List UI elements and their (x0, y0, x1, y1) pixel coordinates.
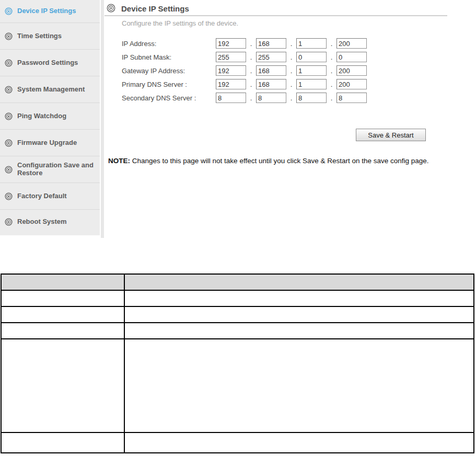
target-circle-icon (5, 86, 13, 94)
gateway-octet-1-input[interactable] (216, 65, 246, 76)
table-cell (1, 306, 124, 323)
page: Device IP Settings Time Settings Passwor… (0, 0, 476, 467)
sidebar-item-label: Factory Default (17, 192, 96, 200)
target-circle-icon (107, 4, 115, 13)
table-cell (124, 290, 474, 306)
gateway-octet-3-input[interactable] (296, 65, 327, 76)
note-text: NOTE: Changes to this page will not take… (108, 157, 474, 165)
target-circle-icon (5, 32, 13, 40)
octet-separator: . (246, 67, 256, 75)
sidebar-item-label: Time Settings (17, 32, 96, 40)
sidebar-item-label: Password Settings (17, 59, 96, 67)
primary-dns-octet-1-input[interactable] (216, 79, 246, 89)
page-title: Device IP Settings (121, 4, 189, 13)
primary-dns-octet-3-input[interactable] (296, 79, 327, 89)
octet-separator: . (286, 67, 296, 75)
octet-separator: . (246, 53, 256, 61)
field-label: Gateway IP Address: (122, 67, 216, 75)
sidebar-item-label: Firmware Upgrade (17, 139, 96, 147)
octet-separator: . (327, 40, 336, 48)
table-cell (1, 290, 124, 306)
octet-separator: . (327, 81, 336, 88)
table-cell (124, 432, 474, 453)
table-row (1, 290, 474, 306)
form-row-subnet-mask: IP Subnet Mask: . . . (122, 50, 367, 64)
table-cell (124, 306, 474, 323)
sidebar: Device IP Settings Time Settings Passwor… (0, 0, 100, 235)
table-header-cell (1, 274, 124, 290)
octet-separator: . (327, 53, 336, 61)
octet-separator: . (286, 94, 296, 102)
ip-settings-form: IP Address: . . . IP Subnet Mask: . . . … (122, 37, 367, 105)
title-divider (105, 15, 447, 16)
octet-separator: . (286, 40, 296, 48)
gateway-octet-4-input[interactable] (336, 65, 367, 76)
target-circle-icon (5, 112, 13, 120)
sidebar-item-label: Reboot System (17, 218, 96, 226)
octet-separator: . (286, 81, 296, 88)
sidebar-item-label: Device IP Settings (17, 7, 96, 15)
sidebar-item-reboot-system[interactable]: Reboot System (0, 210, 100, 234)
subnet-mask-octet-2-input[interactable] (256, 52, 286, 62)
form-row-ip-address: IP Address: . . . (122, 37, 367, 50)
field-label: Secondary DNS Server : (122, 94, 216, 102)
form-row-gateway: Gateway IP Address: . . . (122, 64, 367, 77)
sidebar-item-device-ip-settings[interactable]: Device IP Settings (0, 0, 100, 23)
sidebar-item-configuration-save-restore[interactable]: Configuration Save and Restore (0, 156, 100, 183)
target-circle-icon (5, 166, 13, 174)
target-circle-icon (5, 59, 13, 67)
secondary-dns-octet-1-input[interactable] (216, 93, 246, 103)
note-label: NOTE: (108, 157, 130, 165)
primary-dns-octet-2-input[interactable] (256, 79, 286, 89)
table-cell (1, 323, 124, 339)
table-cell (124, 339, 474, 432)
subnet-mask-octet-3-input[interactable] (296, 52, 327, 62)
form-row-primary-dns: Primary DNS Server : . . . (122, 77, 367, 91)
table-row (1, 432, 474, 453)
note-body: Changes to this page will not take effec… (130, 157, 429, 165)
ip-address-octet-4-input[interactable] (336, 38, 367, 49)
subnet-mask-octet-1-input[interactable] (216, 52, 246, 62)
secondary-dns-octet-4-input[interactable] (336, 93, 367, 103)
octet-separator: . (286, 53, 296, 61)
sidebar-edge (101, 0, 104, 238)
subnet-mask-octet-4-input[interactable] (336, 52, 367, 62)
secondary-dns-octet-3-input[interactable] (296, 93, 327, 103)
page-subtitle: Configure the IP settings of the device. (122, 19, 238, 27)
table-cell (1, 339, 124, 432)
octet-separator: . (327, 94, 336, 102)
table-row (1, 306, 474, 323)
ip-address-octet-1-input[interactable] (216, 38, 246, 49)
octet-separator: . (246, 40, 256, 48)
table-row (1, 323, 474, 339)
description-table (1, 274, 474, 453)
octet-separator: . (246, 81, 256, 88)
sidebar-item-firmware-upgrade[interactable]: Firmware Upgrade (0, 130, 100, 156)
octet-separator: . (246, 94, 256, 102)
table-cell (124, 323, 474, 339)
primary-dns-octet-4-input[interactable] (336, 79, 367, 89)
sidebar-item-ping-watchdog[interactable]: Ping Watchdog (0, 103, 100, 130)
table-row (1, 339, 474, 432)
target-circle-icon (5, 139, 13, 147)
sidebar-item-time-settings[interactable]: Time Settings (0, 23, 100, 50)
save-restart-button[interactable]: Save & Restart (356, 129, 426, 141)
target-circle-icon (5, 7, 13, 15)
sidebar-item-system-management[interactable]: System Management (0, 76, 100, 103)
field-label: IP Subnet Mask: (122, 53, 216, 61)
target-circle-icon (5, 192, 13, 200)
table-header-cell (124, 274, 474, 290)
field-label: IP Address: (122, 40, 216, 48)
secondary-dns-octet-2-input[interactable] (256, 93, 286, 103)
sidebar-item-label: Configuration Save and Restore (17, 162, 96, 177)
field-label: Primary DNS Server : (122, 81, 216, 88)
sidebar-item-factory-default[interactable]: Factory Default (0, 183, 100, 210)
gateway-octet-2-input[interactable] (256, 65, 286, 76)
target-circle-icon (5, 218, 13, 226)
sidebar-item-label: System Management (17, 86, 96, 94)
sidebar-item-label: Ping Watchdog (17, 112, 96, 120)
ip-address-octet-2-input[interactable] (256, 38, 286, 49)
ip-address-octet-3-input[interactable] (296, 38, 327, 49)
sidebar-item-password-settings[interactable]: Password Settings (0, 50, 100, 76)
form-row-secondary-dns: Secondary DNS Server : . . . (122, 91, 367, 105)
